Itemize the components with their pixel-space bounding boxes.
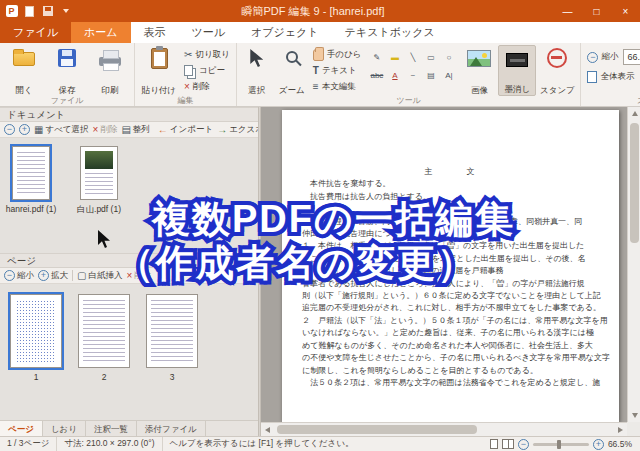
title-bar: P 瞬簡PDF 編集 9 - [hanrei.pdf] — □ ×: [0, 0, 640, 22]
import-button[interactable]: ← インポート: [158, 124, 213, 136]
app-window: P 瞬簡PDF 編集 9 - [hanrei.pdf] — □ × ファイル ホ…: [0, 0, 640, 451]
scroll-left-icon[interactable]: [261, 423, 274, 436]
grid-icon: ▦: [34, 124, 43, 136]
fit-page-button[interactable]: 全体表示: [584, 69, 637, 84]
single-page-view-icon[interactable]: [490, 439, 498, 449]
underline-icon[interactable]: A: [386, 67, 403, 84]
zoom-level-select[interactable]: 66.5%: [623, 49, 640, 65]
tab-object[interactable]: オブジェクト: [238, 22, 332, 43]
body-edit-lines-icon: ≡: [313, 81, 319, 93]
facing-pages-view-icon[interactable]: [502, 439, 514, 449]
text-line: の不便や支障を生じさせたことから、子の名に用いられるべき文字を常用平易な文字: [302, 352, 603, 364]
save-icon[interactable]: [40, 4, 55, 19]
cut-button[interactable]: ✂ 切り取り: [181, 47, 233, 62]
text-line: めて難解なものが多く、そのため命名された本人や関係者に、社会生活上、多大: [302, 340, 603, 352]
hand-tool-button[interactable]: 手のひら: [310, 47, 365, 62]
clipboard-icon: [151, 48, 168, 69]
tab-attachments[interactable]: 添付ファイル: [137, 421, 206, 436]
text-insert-icon[interactable]: A|: [440, 67, 457, 84]
zoom-tool-button[interactable]: ズーム: [275, 45, 309, 96]
paste-button[interactable]: 貼り付け: [138, 45, 180, 96]
page-thumbnail-3[interactable]: [146, 294, 198, 368]
group-label-edit: 編集: [135, 95, 236, 106]
minimize-button[interactable]: —: [553, 0, 582, 22]
tab-view[interactable]: 表示: [131, 22, 179, 43]
import-arrow-icon: ←: [158, 124, 168, 136]
tab-home[interactable]: ホーム: [71, 22, 131, 43]
body-edit-button[interactable]: ≡ 本文編集: [310, 79, 365, 94]
horizontal-scrollbar[interactable]: [261, 422, 627, 436]
redact-button[interactable]: 墨消し: [498, 45, 536, 96]
document-thumbnail-hanrei[interactable]: [12, 146, 50, 200]
highlighter-icon[interactable]: ▬: [386, 49, 403, 66]
vertical-scrollbar[interactable]: [627, 107, 640, 422]
scroll-up-icon[interactable]: [628, 107, 640, 120]
app-icon[interactable]: P: [4, 4, 19, 19]
vertical-scroll-thumb[interactable]: [630, 123, 639, 243]
print-button[interactable]: 印刷: [89, 45, 131, 96]
note-icon[interactable]: ▤: [422, 67, 439, 84]
page-thumbnail-1[interactable]: [10, 294, 62, 368]
stamp-icon: [547, 48, 567, 68]
status-bar: 1 / 3ページ 寸法: 210.0 × 297.0 (0°) ヘルプを表示する…: [0, 436, 640, 451]
horizontal-scroll-thumb[interactable]: [277, 425, 477, 434]
tab-tools[interactable]: ツール: [179, 22, 239, 43]
mouse-cursor: [98, 230, 110, 248]
squiggly-icon[interactable]: ~: [404, 67, 421, 84]
zoom-out-icon[interactable]: −: [518, 439, 529, 450]
tab-bookmarks[interactable]: しおり: [43, 421, 86, 436]
page-info: 1 / 3ページ: [0, 437, 57, 451]
zoom-in-icon[interactable]: +: [593, 439, 604, 450]
zoom-slider-thumb[interactable]: [557, 440, 561, 449]
scroll-right-icon[interactable]: [614, 423, 627, 436]
ribbon-tab-bar: ファイル ホーム 表示 ツール オブジェクト テキストボックス: [0, 22, 640, 43]
page-number-label: 3: [146, 372, 198, 382]
text-tool-button[interactable]: T テキスト: [310, 63, 365, 78]
toolbar-separator: [72, 270, 73, 281]
select-tool-button[interactable]: 選択: [240, 45, 274, 96]
page-thumbnail-2[interactable]: [78, 294, 130, 368]
page-zoom-in-button[interactable]: + 拡大: [38, 270, 68, 282]
text-line: 法５０条２項は、常用平易な文字の範囲は法務省令でこれを定めると規定し、施: [302, 377, 603, 389]
export-button[interactable]: → エクスポート: [217, 124, 258, 136]
new-document-icon[interactable]: [22, 4, 37, 19]
ribbon-group-zoom: − 縮小 66.5% + 拡大 全体表示: [581, 43, 640, 106]
close-button[interactable]: ×: [611, 0, 640, 22]
line-icon[interactable]: ╲: [404, 49, 421, 66]
ellipse-icon[interactable]: ○: [440, 49, 457, 66]
rectangle-icon[interactable]: ▭: [422, 49, 439, 66]
tab-textbox[interactable]: テキストボックス: [332, 22, 448, 43]
annotation-tool-grid: ✎ ▬ ╲ ▭ ○ abc A ~ ▤ A|: [368, 49, 457, 84]
overlay-line-1: 複数PDFの一括編集 複数PDFの一括編集: [152, 197, 515, 241]
document-thumbnail-hakusan[interactable]: [80, 146, 118, 200]
tab-pages[interactable]: ページ: [0, 421, 43, 436]
image-button[interactable]: 画像: [461, 45, 497, 96]
pen-icon[interactable]: ✎: [368, 49, 385, 66]
open-button[interactable]: 開く: [3, 45, 45, 96]
page-zoom-out-button[interactable]: − 縮小: [4, 270, 34, 282]
select-all-button[interactable]: ▦ すべて選択: [34, 124, 89, 136]
text-line: に制限し、これを簡明ならしめることを目的とするものである。: [302, 365, 603, 377]
qat-dropdown-icon[interactable]: [58, 4, 73, 19]
zoom-out-button[interactable]: − 縮小: [584, 50, 621, 65]
strikeout-icon[interactable]: abc: [368, 67, 385, 84]
tab-file[interactable]: ファイル: [0, 22, 71, 43]
text-line: いなければならない。」と定めた趣旨は、従来、子の名に用いられる漢字には極: [302, 327, 603, 339]
doc-delete-button[interactable]: × 削除: [93, 124, 118, 136]
stamp-button[interactable]: スタンプ: [537, 45, 577, 96]
delete-cross-icon: ×: [93, 124, 99, 136]
tab-annotations[interactable]: 注釈一覧: [86, 421, 137, 436]
delete-button[interactable]: × 削除: [181, 79, 233, 94]
save-button[interactable]: 保存: [46, 45, 88, 96]
arrange-button[interactable]: ▤ 整列: [121, 124, 149, 136]
doc-thumb-zoom-out-button[interactable]: −: [4, 124, 15, 135]
maximize-button[interactable]: □: [582, 0, 611, 22]
zoom-out-icon: −: [587, 52, 598, 63]
copy-button[interactable]: コピー: [181, 63, 233, 78]
zoom-slider[interactable]: [533, 443, 589, 446]
magnifier-icon: [286, 51, 298, 63]
group-label-file: ファイル: [0, 95, 134, 106]
scroll-down-icon[interactable]: [628, 409, 640, 422]
group-label-zoom: ズーム: [581, 95, 640, 106]
doc-thumb-zoom-in-button[interactable]: +: [19, 124, 30, 135]
